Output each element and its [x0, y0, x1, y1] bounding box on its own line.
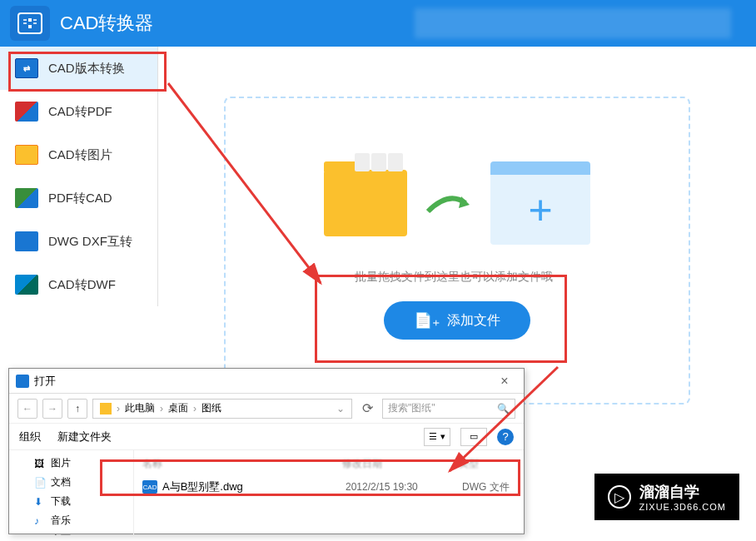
file-type: DWG 文件 [462, 480, 510, 494]
header-name[interactable]: 名称 [142, 457, 342, 471]
sidebar-item-pdf[interactable]: CAD转PDF [0, 90, 157, 133]
organize-menu[interactable]: 组织 [19, 429, 41, 444]
sidebar-item-dwgdxf[interactable]: DWG DXF互转 [0, 220, 157, 263]
dialog-titlebar: 打开 × [9, 369, 524, 394]
dialog-nav: ← → ↑ › 此电脑 › 桌面 › 图纸 ⌄ ⟳ 搜索"图纸" 🔍 [9, 394, 524, 424]
folder-icon [324, 170, 407, 236]
cad-file-icon: CAD [142, 480, 157, 494]
refresh-button[interactable]: ⟳ [357, 400, 377, 416]
downloads-icon: ⬇ [34, 496, 46, 508]
breadcrumb-part[interactable]: 此电脑 [125, 401, 155, 415]
dialog-sidebar: 🖼图片 📄文档 ⬇下载 ♪音乐 🖥桌面 [9, 450, 134, 535]
add-file-button[interactable]: 📄₊ 添加文件 [384, 301, 530, 340]
file-name: A与B型别墅.dwg [162, 479, 346, 494]
file-open-dialog: 打开 × ← → ↑ › 此电脑 › 桌面 › 图纸 ⌄ ⟳ 搜索"图纸" 🔍 … [8, 368, 525, 534]
dialog-body: 🖼图片 📄文档 ⬇下载 ♪音乐 🖥桌面 名称 修改日期 类型 CAD A与B型别… [9, 450, 524, 535]
file-list: 名称 修改日期 类型 CAD A与B型别墅.dwg 2012/2/15 19:3… [134, 450, 524, 535]
breadcrumb-drive-icon [100, 403, 112, 414]
sidebar-item-image[interactable]: CAD转图片 [0, 133, 157, 176]
search-placeholder: 搜索"图纸" [388, 401, 435, 415]
breadcrumb-part[interactable]: 桌面 [168, 401, 188, 415]
view-list-button[interactable]: ☰ ▾ [424, 428, 450, 446]
sidebar: ⇄ CAD版本转换 CAD转PDF CAD转图片 PDF转CAD DWG DXF… [0, 47, 158, 306]
breadcrumb-part[interactable]: 图纸 [201, 401, 221, 415]
dialog-title: 打开 [34, 374, 56, 389]
dropzone-hint: 批量拖拽文件到这里也可以添加文件哦~ [355, 270, 560, 285]
sidebar-label: PDF转CAD [48, 191, 112, 206]
sidebar-label: CAD转DWF [48, 277, 116, 293]
nav-up-button[interactable]: ↑ [67, 399, 87, 419]
header-date[interactable]: 修改日期 [342, 457, 459, 471]
help-button[interactable]: ? [497, 429, 514, 445]
file-date: 2012/2/15 19:30 [346, 481, 462, 493]
newfolder-button[interactable]: 新建文件夹 [57, 429, 112, 444]
play-icon: ▷ [608, 485, 631, 509]
desktop-icon: 🖥 [34, 534, 46, 536]
view-details-button[interactable]: ▭ [460, 428, 487, 446]
file-list-headers: 名称 修改日期 类型 [142, 455, 515, 476]
arrow-icon [424, 186, 474, 220]
sidebar-label: CAD转图片 [48, 147, 112, 163]
file-row[interactable]: CAD A与B型别墅.dwg 2012/2/15 19:30 DWG 文件 [142, 476, 515, 498]
search-icon: 🔍 [497, 403, 510, 414]
watermark-title: 溜溜自学 [639, 482, 726, 502]
close-button[interactable]: × [492, 374, 517, 389]
pictures-icon: 🖼 [34, 458, 46, 469]
cad-version-icon: ⇄ [15, 58, 38, 78]
music-icon: ♪ [34, 515, 46, 527]
watermark-url: ZIXUE.3D66.COM [639, 502, 726, 512]
sidebar-downloads[interactable]: ⬇下载 [9, 492, 133, 511]
documents-icon: 📄 [34, 477, 46, 489]
header-blur-region [415, 8, 731, 38]
sidebar-label: CAD版本转换 [48, 61, 125, 77]
app-logo-icon [10, 6, 50, 41]
app-header: CAD转换器 [0, 0, 756, 47]
sidebar-label: DWG DXF互转 [48, 234, 132, 250]
dwg-dxf-icon [15, 231, 38, 251]
sidebar-documents[interactable]: 📄文档 [9, 473, 133, 492]
sidebar-item-pdf2cad[interactable]: PDF转CAD [0, 176, 157, 220]
header-type[interactable]: 类型 [459, 457, 509, 471]
cad-dwf-icon [15, 275, 38, 295]
nav-back-button[interactable]: ← [17, 399, 37, 419]
search-input[interactable]: 搜索"图纸" 🔍 [382, 399, 515, 419]
dropzone-illustration [324, 161, 590, 245]
cad-image-icon [15, 145, 38, 165]
sidebar-label: CAD转PDF [48, 104, 112, 120]
drop-zone[interactable]: 批量拖拽文件到这里也可以添加文件哦~ 📄₊ 添加文件 [224, 97, 690, 405]
cad-pdf-icon [15, 102, 38, 122]
breadcrumb-dropdown-icon[interactable]: ⌄ [336, 403, 345, 414]
sidebar-item-version[interactable]: ⇄ CAD版本转换 [0, 47, 157, 90]
app-title: CAD转换器 [60, 11, 153, 36]
sidebar-desktop[interactable]: 🖥桌面 [9, 530, 133, 535]
add-file-icon: 📄₊ [414, 311, 440, 330]
breadcrumb[interactable]: › 此电脑 › 桌面 › 图纸 ⌄ [92, 399, 352, 419]
nav-forward-button[interactable]: → [42, 399, 62, 419]
sidebar-pictures[interactable]: 🖼图片 [9, 454, 133, 473]
sidebar-item-dwf[interactable]: CAD转DWF [0, 263, 157, 306]
watermark: ▷ 溜溜自学 ZIXUE.3D66.COM [594, 474, 739, 520]
svg-rect-0 [18, 13, 42, 33]
dialog-app-icon [16, 375, 29, 388]
browser-window-icon [490, 161, 590, 245]
sidebar-music[interactable]: ♪音乐 [9, 511, 133, 530]
pdf-cad-icon [15, 188, 38, 208]
dialog-toolbar: 组织 新建文件夹 ☰ ▾ ▭ ? [9, 424, 524, 450]
add-file-label: 添加文件 [447, 312, 500, 330]
